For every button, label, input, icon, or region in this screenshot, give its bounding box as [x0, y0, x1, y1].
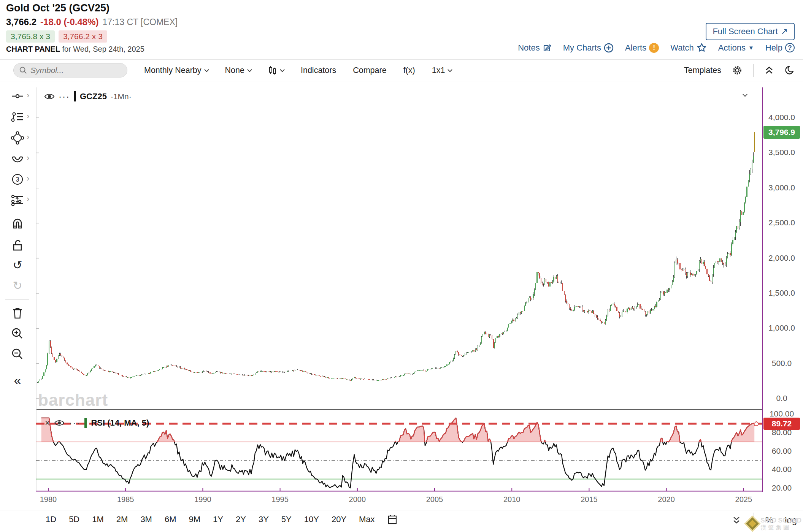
bottom-divider: [754, 513, 754, 528]
shapes-tool-button[interactable]: [10, 130, 25, 146]
grid-layout-label: 1x1: [432, 66, 445, 75]
range-button-1y[interactable]: 1Y: [213, 515, 223, 524]
full-screen-chart-button[interactable]: Full Screen Chart ↗: [706, 23, 795, 40]
percent-scale-button[interactable]: %: [765, 515, 773, 526]
my-charts-link[interactable]: My Charts: [563, 43, 614, 53]
measurement-expand-chevron[interactable]: ›: [27, 194, 33, 204]
rsi-label: RSI (14, MA, 5): [91, 418, 149, 428]
redo-button[interactable]: ↻: [10, 278, 25, 293]
chart-panel-label: CHART PANEL: [6, 45, 60, 53]
range-button-2m[interactable]: 2M: [116, 515, 128, 524]
range-button-9m[interactable]: 9M: [189, 515, 201, 524]
undo-button[interactable]: ↺: [10, 258, 25, 273]
trendline-tool-button[interactable]: [10, 89, 25, 104]
time-axis-label: 2005: [426, 495, 443, 504]
help-link[interactable]: Help ?: [765, 43, 795, 53]
search-icon: [19, 66, 27, 74]
templates-button[interactable]: Templates: [684, 66, 721, 75]
series-period: ·1Mn·: [111, 92, 132, 101]
arc-expand-chevron[interactable]: ›: [27, 153, 33, 163]
notes-link[interactable]: Notes: [518, 43, 551, 53]
range-button-2y[interactable]: 2Y: [236, 515, 246, 524]
bid-ask-row: 3,765.8 x 3 3,766.2 x 3: [6, 30, 107, 43]
sidebar-divider: [5, 213, 29, 213]
price-axis-label: 2,000.0: [763, 253, 800, 263]
chart-type-dropdown[interactable]: [268, 65, 284, 75]
shapes-expand-chevron[interactable]: ›: [27, 132, 33, 142]
zoom-out-button[interactable]: [10, 347, 25, 362]
fx-button[interactable]: f(x): [403, 66, 415, 75]
rsi-color-bar: [84, 418, 87, 428]
rsi-close-icon[interactable]: ×: [45, 419, 50, 428]
indicators-button[interactable]: Indicators: [301, 66, 336, 75]
measurement-tool-button[interactable]: [10, 192, 25, 207]
templates-label: Templates: [684, 66, 721, 75]
log-scale-button[interactable]: log: [785, 515, 797, 526]
time-axis-label: 2020: [658, 495, 675, 504]
quote-time: 17:13 CT [COMEX]: [102, 17, 178, 27]
watch-link[interactable]: Watch: [670, 43, 707, 53]
range-button-max[interactable]: Max: [359, 515, 375, 524]
visibility-eye-icon[interactable]: [44, 92, 55, 101]
symbol-search-input[interactable]: [30, 66, 118, 75]
zoom-in-button[interactable]: [10, 326, 25, 341]
rsi-eye-icon[interactable]: [54, 419, 65, 427]
lock-toggle-button[interactable]: [10, 238, 25, 253]
magnet-mode-button[interactable]: [10, 217, 25, 233]
range-button-6m[interactable]: 6M: [165, 515, 176, 524]
trash-icon: [11, 307, 24, 320]
grid-layout-dropdown[interactable]: 1x1: [432, 66, 452, 75]
range-button-5y[interactable]: 5Y: [281, 515, 292, 524]
range-button-5d[interactable]: 5D: [69, 515, 79, 524]
trendline-icon: [11, 90, 24, 103]
full-screen-chart-label: Full Screen Chart: [713, 27, 778, 36]
annotation-list-tool-button[interactable]: [10, 109, 25, 125]
trendline-expand-chevron[interactable]: ›: [27, 90, 33, 100]
bid-badge: 3,765.8 x 3: [6, 30, 55, 43]
help-icon: ?: [785, 43, 795, 52]
compare-button[interactable]: Compare: [353, 66, 386, 75]
range-buttons: 1D5D1M2M3M6M9M1Y2Y3Y5Y10Y20YMax: [46, 514, 397, 525]
elliott-wave-tool-button[interactable]: 3: [10, 172, 25, 187]
alerts-link[interactable]: Alerts !: [625, 43, 659, 53]
range-button-10y[interactable]: 10Y: [304, 515, 319, 524]
actions-label: Actions: [718, 43, 746, 53]
svg-text:3: 3: [16, 176, 19, 183]
frequency-dropdown[interactable]: Monthly Nearby: [144, 66, 208, 75]
shapes-icon: [11, 131, 24, 145]
price-axis-label: 3,500.0: [763, 148, 800, 157]
unlock-icon: [11, 239, 24, 252]
tools-dropdown[interactable]: None: [225, 66, 251, 75]
chart-panel-caption: CHART PANEL for Wed, Sep 24th, 2025: [6, 45, 144, 54]
range-button-1m[interactable]: 1M: [92, 515, 104, 524]
magnet-icon: [11, 218, 24, 232]
arc-tool-button[interactable]: [10, 151, 25, 166]
price-axis-label: 1,500.0: [763, 288, 800, 298]
gear-icon[interactable]: [732, 65, 743, 76]
price-chart-pane[interactable]: [36, 87, 763, 409]
range-button-1d[interactable]: 1D: [46, 515, 56, 524]
rsi-menu-icon[interactable]: ···: [69, 421, 80, 425]
range-button-3y[interactable]: 3Y: [259, 515, 269, 524]
notes-label: Notes: [518, 43, 540, 53]
sidebar-divider: [5, 368, 29, 368]
collapse-sidebar-button[interactable]: «: [10, 372, 25, 388]
actions-link[interactable]: Actions ▼: [718, 43, 754, 53]
calendar-icon[interactable]: [387, 514, 397, 525]
range-button-20y[interactable]: 20Y: [332, 515, 346, 524]
watch-label: Watch: [670, 43, 694, 53]
symbol-search[interactable]: [13, 63, 127, 78]
range-button-3m[interactable]: 3M: [140, 515, 152, 524]
elliott-wave-icon: 3: [11, 173, 24, 186]
external-arrow-icon: ↗: [781, 27, 788, 36]
elliott-wave-expand-chevron[interactable]: ›: [27, 174, 33, 184]
annotation-list-expand-chevron[interactable]: ›: [27, 111, 33, 121]
delete-drawings-button[interactable]: [10, 306, 25, 321]
series-legend-row: ··· GCZ25 ·1Mn·: [44, 91, 132, 101]
chevron-down-icon: [247, 67, 252, 72]
dark-mode-moon-icon[interactable]: [785, 65, 795, 76]
series-menu-icon[interactable]: ···: [59, 94, 70, 99]
star-icon: [697, 43, 707, 53]
expand-down-icon[interactable]: [731, 514, 742, 526]
collapse-up-icon[interactable]: [764, 65, 774, 75]
